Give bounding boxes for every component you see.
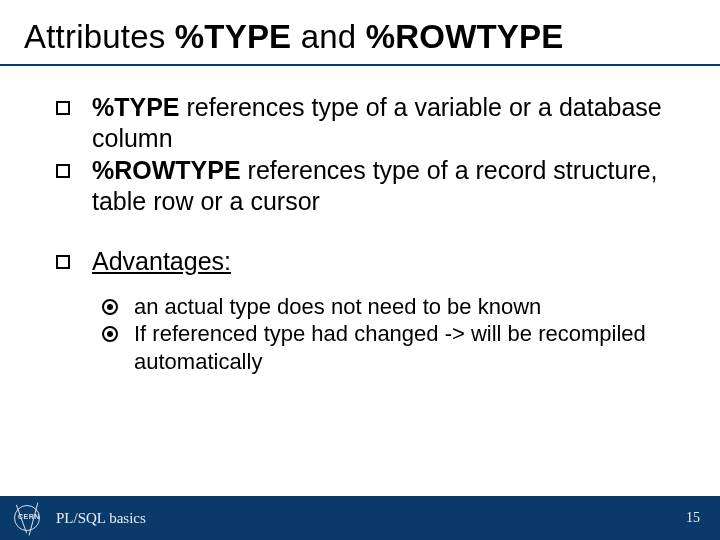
cern-logo-icon: CERN	[14, 505, 40, 531]
spacer	[56, 216, 670, 246]
slide-title: Attributes %TYPE and %ROWTYPE	[0, 0, 720, 66]
advantages-list: Advantages: an actual type does not need…	[56, 246, 670, 375]
advantages-heading: Advantages:	[92, 247, 231, 275]
sub-bullet-list: an actual type does not need to be known…	[100, 293, 670, 376]
cern-logo-text: CERN	[18, 513, 40, 520]
title-text-pre: Attributes	[24, 18, 175, 55]
sub-bullet-2: If referenced type had changed -> will b…	[134, 321, 646, 374]
main-bullet-list: %TYPE references type of a variable or a…	[56, 92, 670, 216]
footer-bar: CERN PL/SQL basics 15	[0, 496, 720, 540]
list-item: %ROWTYPE references type of a record str…	[56, 155, 670, 216]
title-strong-rowtype: %ROWTYPE	[366, 18, 564, 55]
page-number: 15	[686, 510, 700, 526]
content-area: %TYPE references type of a variable or a…	[0, 66, 720, 375]
footer-title: PL/SQL basics	[56, 510, 146, 527]
sub-list-item: If referenced type had changed -> will b…	[100, 320, 670, 375]
bullet-1-strong: %TYPE	[92, 93, 180, 121]
bullet-2-strong: %ROWTYPE	[92, 156, 241, 184]
list-item: %TYPE references type of a variable or a…	[56, 92, 670, 153]
list-item-advantages: Advantages: an actual type does not need…	[56, 246, 670, 375]
title-strong-type: %TYPE	[175, 18, 292, 55]
slide: Attributes %TYPE and %ROWTYPE %TYPE refe…	[0, 0, 720, 540]
sub-list-item: an actual type does not need to be known	[100, 293, 670, 321]
title-text-mid: and	[291, 18, 365, 55]
sub-bullet-1: an actual type does not need to be known	[134, 294, 541, 319]
